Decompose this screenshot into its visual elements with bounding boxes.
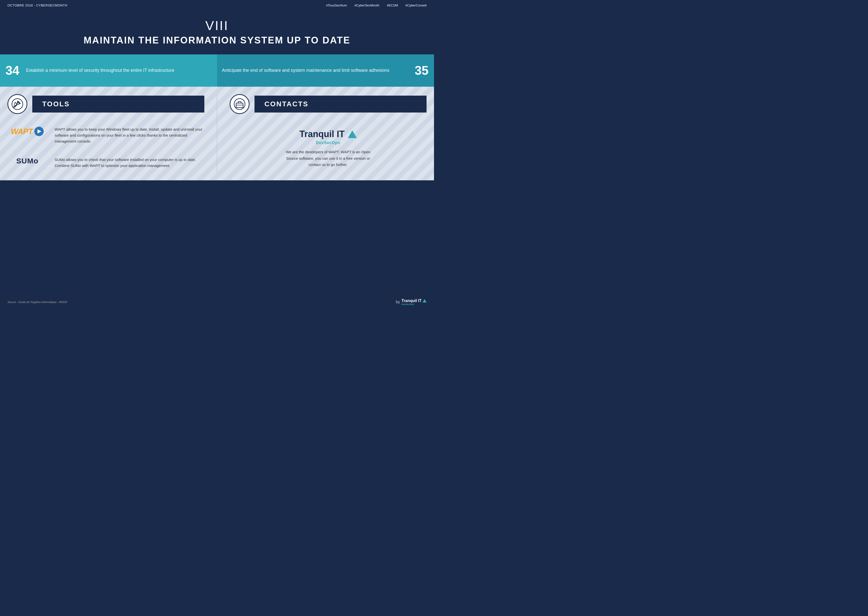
footer-right: by Tranquil IT DevSecOps bbox=[396, 299, 426, 305]
footer-by-label: by bbox=[396, 300, 400, 304]
tranquilit-triangle-icon bbox=[348, 130, 357, 138]
column-divider bbox=[217, 94, 217, 173]
hashtag-1: #TousSecNum bbox=[326, 3, 347, 7]
contacts-column: CONTACTS Tranquil IT DevSecOps We are th… bbox=[230, 94, 426, 173]
tools-header: TOOLS bbox=[8, 94, 204, 114]
hashtag-4: #CyberConseil bbox=[406, 3, 426, 7]
contacts-header: CONTACTS bbox=[230, 94, 426, 114]
contacts-icon bbox=[233, 98, 246, 110]
hashtag-2: #CyberSecMonth bbox=[354, 3, 379, 7]
card-35: Anticipate the end of software and syste… bbox=[217, 54, 434, 87]
cards-row: 34 Establish a minimum level of security… bbox=[0, 54, 434, 87]
card-35-text: Anticipate the end of software and syste… bbox=[222, 67, 393, 74]
wapt-arrow-icon bbox=[34, 126, 44, 137]
sumo-logo: SUMo bbox=[8, 157, 47, 165]
tools-title: TOOLS bbox=[32, 96, 204, 113]
hashtags-row: #TousSecNum #CyberSecMonth #ECSM #CyberC… bbox=[326, 3, 426, 7]
footer-brand-name: Tranquil IT bbox=[401, 299, 421, 303]
tool-wapt: WAPT WAPT allows you to keep your Window… bbox=[8, 124, 204, 147]
footer: Source : Guide de l'hygiène informatique… bbox=[0, 296, 434, 308]
svg-point-7 bbox=[234, 99, 245, 110]
contacts-title: CONTACTS bbox=[254, 96, 426, 113]
footer-brand-block: Tranquil IT DevSecOps bbox=[401, 299, 426, 305]
tools-icon bbox=[11, 98, 24, 110]
tools-icon-circle bbox=[8, 94, 27, 114]
card-34: 34 Establish a minimum level of security… bbox=[0, 54, 217, 87]
top-bar: OCTOBRE 2018 - CYBERSECMONTH #TousSecNum… bbox=[0, 0, 434, 11]
tool-sumo: SUMo SUMo allows you to check that your … bbox=[8, 154, 204, 171]
footer-devsecops: DevSecOps bbox=[401, 303, 414, 305]
card-34-text: Establish a minimum level of security th… bbox=[22, 67, 174, 74]
tranquilit-description: We are the developers of WAPT. WAPT is a… bbox=[281, 149, 375, 168]
tools-column: TOOLS WAPT WAPT allows you to keep your … bbox=[8, 94, 204, 173]
footer-source: Source : Guide de l'hygiène informatique… bbox=[8, 300, 67, 303]
footer-triangle-icon bbox=[423, 299, 426, 303]
svg-point-0 bbox=[12, 99, 23, 110]
card-34-number: 34 bbox=[3, 63, 22, 78]
tranquilit-logo: Tranquil IT bbox=[299, 129, 357, 139]
contacts-icon-circle bbox=[230, 94, 249, 114]
title-section: VIII MAINTAIN THE INFORMATION SYSTEM UP … bbox=[0, 11, 434, 54]
sumo-description: SUMo allows you to check that your softw… bbox=[55, 157, 204, 169]
roman-numeral: VIII bbox=[5, 18, 429, 33]
wapt-description: WAPT allows you to keep your Windows fle… bbox=[55, 126, 204, 144]
main-title: MAINTAIN THE INFORMATION SYSTEM UP TO DA… bbox=[5, 35, 429, 46]
tranquilit-container: Tranquil IT DevSecOps We are the develop… bbox=[230, 124, 426, 173]
tranquilit-text: Tranquil IT bbox=[299, 129, 345, 139]
wapt-text: WAPT bbox=[11, 127, 33, 136]
devsecops-label: DevSecOps bbox=[316, 141, 340, 145]
main-content: TOOLS WAPT WAPT allows you to keep your … bbox=[0, 87, 434, 180]
date-label: OCTOBRE 2018 - CYBERSECMONTH bbox=[8, 3, 67, 7]
wapt-logo: WAPT bbox=[8, 126, 47, 137]
hashtag-3: #ECSM bbox=[387, 3, 398, 7]
card-35-number: 35 bbox=[412, 63, 431, 78]
page-wrapper: OCTOBRE 2018 - CYBERSECMONTH #TousSecNum… bbox=[0, 0, 434, 308]
sumo-text: SUMo bbox=[16, 157, 39, 165]
